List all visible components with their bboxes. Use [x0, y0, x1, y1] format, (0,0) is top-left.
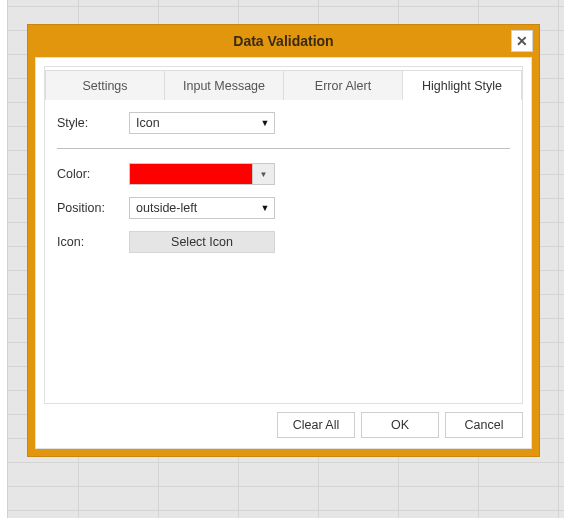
dialog-title: Data Validation [233, 33, 333, 49]
style-label: Style: [57, 116, 129, 130]
section-divider [57, 148, 510, 149]
row-icon: Icon: Select Icon [57, 231, 510, 253]
style-select-value: Icon [136, 116, 160, 130]
row-position: Position: outside-left ▼ [57, 197, 510, 219]
tab-bar: Settings Input Message Error Alert Highl… [45, 69, 522, 100]
cancel-button[interactable]: Cancel [445, 412, 523, 438]
color-label: Color: [57, 167, 129, 181]
chevron-down-icon: ▼ [260, 170, 268, 179]
tab-input-message[interactable]: Input Message [164, 70, 284, 100]
tab-highlight-style[interactable]: Highlight Style [402, 70, 522, 100]
content-area: Settings Input Message Error Alert Highl… [44, 66, 523, 404]
row-color: Color: ▼ [57, 163, 510, 185]
chevron-down-icon: ▼ [256, 118, 274, 128]
data-validation-dialog: Data Validation ✕ Settings Input Message… [27, 24, 540, 457]
color-swatch [129, 163, 253, 185]
position-select[interactable]: outside-left ▼ [129, 197, 275, 219]
tab-error-alert[interactable]: Error Alert [283, 70, 403, 100]
tab-settings[interactable]: Settings [45, 70, 165, 100]
ok-button[interactable]: OK [361, 412, 439, 438]
dialog-body: Settings Input Message Error Alert Highl… [35, 57, 532, 449]
style-select[interactable]: Icon ▼ [129, 112, 275, 134]
dialog-titlebar[interactable]: Data Validation ✕ [28, 25, 539, 57]
color-dropdown-button[interactable]: ▼ [253, 163, 275, 185]
position-label: Position: [57, 201, 129, 215]
row-style: Style: Icon ▼ [57, 112, 510, 134]
clear-all-button[interactable]: Clear All [277, 412, 355, 438]
icon-label: Icon: [57, 235, 129, 249]
select-icon-button[interactable]: Select Icon [129, 231, 275, 253]
close-button[interactable]: ✕ [511, 30, 533, 52]
dialog-footer: Clear All OK Cancel [44, 412, 523, 438]
color-picker[interactable]: ▼ [129, 163, 275, 185]
chevron-down-icon: ▼ [256, 203, 274, 213]
position-select-value: outside-left [136, 201, 197, 215]
close-icon: ✕ [516, 33, 528, 49]
